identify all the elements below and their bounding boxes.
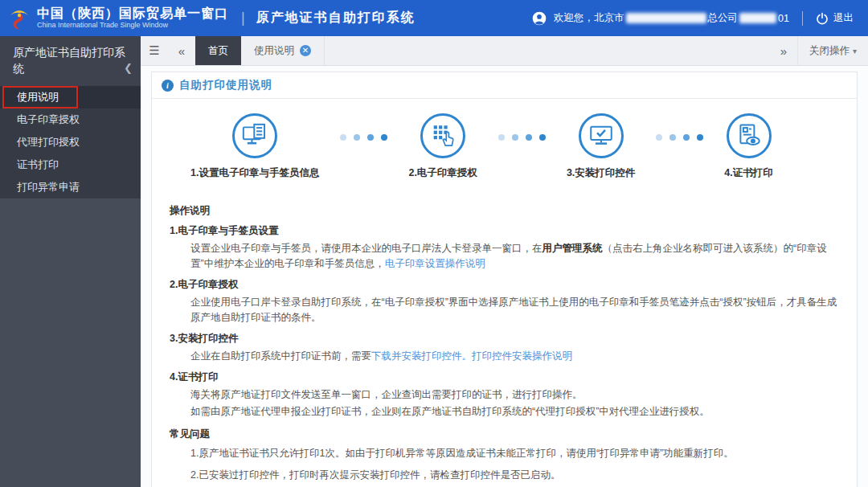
brand-logo-icon (8, 6, 31, 31)
section4-line1: 海关将原产地证打印文件发送至单一窗口，企业查询出需要打印的证书，进行打印操作。 (170, 387, 837, 403)
step-label: 3.安装打印控件 (567, 166, 635, 180)
section2-title: 2.电子印章授权 (170, 278, 837, 292)
sidebar-menu: 使用说明 电子印章授权 代理打印授权 证书打印 打印异常申请 (0, 86, 141, 198)
tabs-scroll-right-icon[interactable]: » (770, 36, 797, 65)
faq-item-1: 1.原产地证书证书只允许打印1次。如由于打印机异常等原因造成证书未能正常打印，请… (170, 446, 837, 461)
info-icon: i (162, 80, 174, 92)
redacted-company-suffix (739, 13, 776, 23)
user-avatar-icon (531, 10, 547, 27)
instructions-body: 操作说明 1.电子印章与手签员设置 设置企业电子印章与手签员，请使用本企业的电子… (152, 185, 857, 487)
app-window: 中国（陕西）国际贸易单一窗口 China International Trade… (0, 0, 868, 487)
step-install-print-control: 3.安装打印控件 (567, 113, 635, 180)
step-eseal-authorization: 2.电子印章授权 (408, 113, 477, 180)
header-right: 欢迎您，北京市总公司01 退出 (531, 10, 868, 27)
brand-text: 中国（陕西）国际贸易单一窗口 China International Trade… (37, 6, 228, 30)
section3-paragraph: 企业在自助打印系统中打印证书前，需要下载并安装打印控件。打印控件安装操作说明 (170, 349, 837, 364)
section1-paragraph: 设置企业电子印章与手签员，请使用本企业的电子口岸法人卡登录单一窗口，在用户管理系… (170, 241, 837, 272)
step-label: 1.设置电子印章与手签员信息 (190, 166, 319, 180)
close-operations-dropdown[interactable]: 关闭操作 ▾ (797, 36, 868, 65)
header-separator (802, 11, 803, 26)
usage-guide-panel: i 自助打印使用说明 (151, 72, 858, 487)
step-label: 4.证书打印 (724, 166, 772, 180)
brand-title: 中国（陕西）国际贸易单一窗口 (37, 6, 228, 21)
redacted-company-name (626, 13, 706, 23)
document-eye-icon (727, 113, 772, 158)
chevron-down-icon: ▾ (853, 47, 857, 55)
brand: 中国（陕西）国际贸易单一窗口 China International Trade… (0, 6, 228, 31)
panel-title: 自助打印使用说明 (179, 78, 272, 92)
faq-heading: 常见问题 (170, 428, 837, 441)
eseal-setup-guide-link[interactable]: 电子印章设置操作说明 (385, 258, 485, 269)
bold-user-mgmt-system: 用户管理系统 (542, 243, 603, 254)
top-header: 中国（陕西）国际贸易单一窗口 China International Trade… (0, 0, 868, 36)
step-setup-eseal: 1.设置电子印章与手签员信息 (190, 113, 319, 180)
logout-label: 退出 (833, 11, 854, 25)
logout-button[interactable]: 退出 (816, 11, 854, 25)
brand-subtitle: China International Trade Single Window (37, 21, 228, 30)
step-label: 2.电子印章授权 (408, 166, 477, 180)
app-title: 原产地证书自助打印系统 (256, 10, 416, 27)
sidebar-item-print-exception-request[interactable]: 打印异常申请 (0, 176, 141, 198)
section4-title: 4.证书打印 (170, 370, 837, 384)
power-icon (816, 12, 829, 25)
section2-paragraph: 企业使用电子口岸卡登录自助打印系统，在“电子印章授权”界面中选择原产地证书上使用… (170, 295, 837, 325)
section1-title: 1.电子印章与手签员设置 (170, 224, 837, 238)
header-divider: | (241, 10, 245, 27)
step-connector-dots (340, 134, 387, 141)
step-certificate-print: 4.证书打印 (724, 113, 772, 180)
tabs-scroll-left-icon[interactable]: « (168, 36, 195, 65)
instructions-heading: 操作说明 (170, 204, 837, 218)
welcome-text: 欢迎您，北京市总公司01 (554, 11, 789, 25)
faq-item-2: 2.已安装过打印控件，打印时再次提示安装打印控件，请检查打印控件是否已启动。 (170, 468, 837, 483)
sidebar: 原产地证书自助打印系统 ❮ 使用说明 电子印章授权 代理打印授权 证书打印 (0, 36, 141, 487)
step-connector-dots (498, 134, 546, 141)
sidebar-collapse-icon[interactable]: ❮ (124, 60, 133, 76)
tab-usage-guide[interactable]: 使用说明 ✕ (241, 36, 325, 65)
sidebar-item-eseal-authorization[interactable]: 电子印章授权 (0, 108, 141, 131)
workflow-steps: 1.设置电子印章与手签员信息 (152, 99, 857, 185)
sidebar-item-usage-guide[interactable]: 使用说明 (0, 86, 141, 108)
menu-toggle-icon[interactable]: ☰ (141, 36, 168, 65)
sidebar-title: 原产地证书自助打印系统 ❮ (0, 36, 141, 86)
tab-home[interactable]: 首页 (195, 36, 241, 65)
section3-title: 3.安装打印控件 (170, 332, 837, 346)
panel-header: i 自助打印使用说明 (152, 72, 857, 99)
section4-line2: 如需由原产地证代理申报企业打印证书，企业则在原产地证书自助打印系统的“代理打印授… (170, 404, 837, 419)
content-area: i 自助打印使用说明 (141, 66, 868, 487)
download-print-control-link[interactable]: 下载并安装打印控件。 (371, 350, 472, 362)
monitor-document-icon (232, 113, 277, 158)
hand-keypad-icon (420, 113, 465, 158)
print-control-install-guide-link[interactable]: 打印控件安装操作说明 (472, 350, 572, 362)
sidebar-item-agent-print-authorization[interactable]: 代理打印授权 (0, 131, 141, 153)
monitor-check-icon (579, 113, 624, 158)
tab-bar: ☰ « 首页 使用说明 ✕ » 关闭操作 ▾ (141, 36, 868, 66)
sidebar-item-certificate-print[interactable]: 证书打印 (0, 153, 141, 176)
tab-close-icon[interactable]: ✕ (300, 45, 311, 56)
step-connector-dots (656, 134, 703, 141)
